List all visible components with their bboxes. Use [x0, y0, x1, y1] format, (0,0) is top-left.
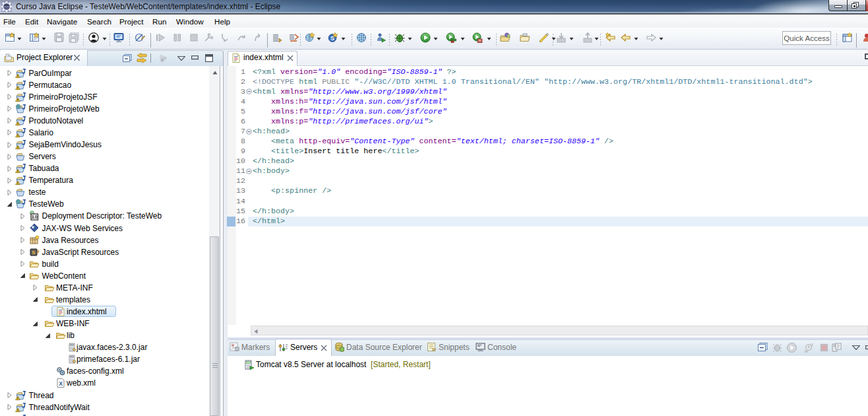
svg-text:S: S — [32, 250, 36, 256]
svg-text:X: X — [59, 380, 63, 387]
svg-text:3.0: 3.0 — [32, 215, 38, 219]
